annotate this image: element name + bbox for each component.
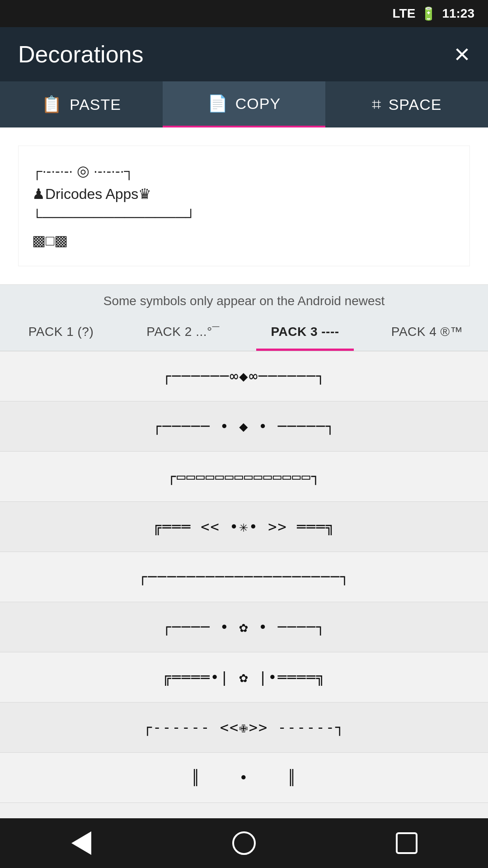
decoration-symbol: ┌───── • ◆ • ─────┐	[153, 418, 335, 435]
app-header: Decorations ×	[0, 27, 488, 81]
list-item[interactable]: ┌──────∞◆∞──────┐	[0, 351, 488, 401]
preview-content: ┌·-·-·-· ◎ ·-·-·-·┐ ♟Dricodes Apps♛ └───…	[18, 146, 470, 266]
battery-icon: 🔋	[421, 6, 436, 21]
space-label: SPACE	[389, 96, 442, 113]
pack-tab-1[interactable]: PACK 1 (?)	[0, 313, 122, 351]
decoration-symbol: ╔═══ << •✳• >> ═══╗	[153, 518, 335, 535]
close-button[interactable]: ×	[454, 41, 470, 68]
back-icon	[71, 831, 91, 855]
list-item[interactable]: ┌▭▭▭▭▭▭▭▭▭▭▭▭▭▭┐	[0, 452, 488, 502]
pack-tab-3[interactable]: PACK 3 ----	[244, 313, 366, 351]
time-display: 11:23	[442, 6, 474, 21]
network-indicator: LTE	[393, 6, 416, 21]
paste-button[interactable]: 📋 PASTE	[0, 81, 163, 127]
status-bar: LTE 🔋 11:23	[0, 0, 488, 27]
pack-tab-bar: PACK 1 (?) PACK 2 ...°¯ PACK 3 ---- PACK…	[0, 313, 488, 351]
preview-area: ┌·-·-·-· ◎ ·-·-·-·┐ ♟Dricodes Apps♛ └───…	[0, 127, 488, 285]
recent-nav-button[interactable]	[389, 825, 425, 861]
list-item[interactable]: ╔═══ << •✳• >> ═══╗	[0, 502, 488, 552]
preview-note: Some symbols only appear on the Android …	[0, 285, 488, 313]
pack-tab-4[interactable]: PACK 4 ®™	[366, 313, 488, 351]
decoration-symbol: ┌──── • ✿ • ────┐	[162, 618, 326, 636]
list-item[interactable]: ┌────────────────────┐	[0, 552, 488, 602]
recent-icon	[396, 832, 418, 854]
decoration-symbol: ┌------ <<✙>> ------┐	[143, 719, 345, 736]
page-title: Decorations	[18, 41, 143, 68]
bottom-navigation	[0, 818, 488, 868]
paste-label: PASTE	[70, 96, 121, 113]
space-button[interactable]: ⌗ SPACE	[325, 81, 488, 127]
home-icon	[232, 831, 256, 855]
decoration-symbol: ║ • ║	[191, 769, 297, 786]
decoration-symbol: ┌──────∞◆∞──────┐	[162, 368, 326, 385]
decoration-symbol: ┌▭▭▭▭▭▭▭▭▭▭▭▭▭▭┐	[167, 468, 321, 485]
copy-button[interactable]: 📄 COPY	[163, 81, 325, 127]
decoration-symbol: ╔════•| ✿ |•════╗	[162, 669, 326, 686]
home-nav-button[interactable]	[226, 825, 262, 861]
list-item[interactable]: ┌------ <<✙>> ------┐	[0, 703, 488, 753]
action-toolbar: 📋 PASTE 📄 COPY ⌗ SPACE	[0, 81, 488, 127]
list-item[interactable]: ┌───── • ◆ • ─────┐	[0, 401, 488, 452]
list-item[interactable]: ╔════•| ✿ |•════╗	[0, 652, 488, 703]
status-icons: LTE 🔋 11:23	[393, 6, 474, 21]
list-item[interactable]: ║ • ║	[0, 753, 488, 803]
space-icon: ⌗	[372, 95, 381, 114]
copy-label: COPY	[235, 95, 281, 113]
list-item[interactable]: ┌──── • ✿ • ────┐	[0, 602, 488, 652]
pack-tab-2[interactable]: PACK 2 ...°¯	[122, 313, 244, 351]
back-nav-button[interactable]	[63, 825, 99, 861]
copy-icon: 📄	[207, 94, 228, 113]
paste-icon: 📋	[42, 95, 62, 114]
decoration-list: ┌──────∞◆∞──────┐ ┌───── • ◆ • ─────┐ ┌▭…	[0, 351, 488, 849]
decoration-symbol: ┌────────────────────┐	[138, 568, 350, 585]
